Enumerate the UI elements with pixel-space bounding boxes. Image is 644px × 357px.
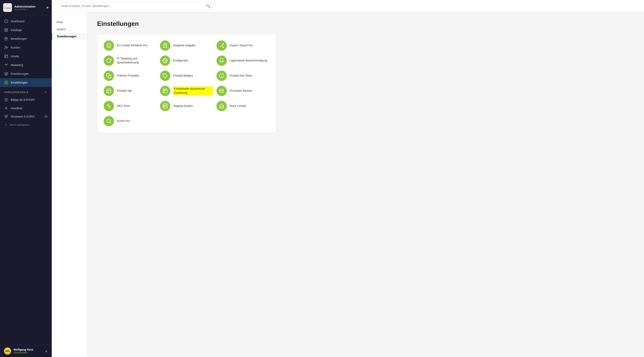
sidebar-item-kataloge[interactable]: Kataloge (0, 26, 52, 34)
plugin-name-produkt-tab: Produkt-Tab (117, 89, 132, 93)
nav-label-marketing: Marketing (11, 64, 23, 67)
plugin-konfigurator[interactable]: Konfigurator (160, 56, 213, 66)
plugin-produkt-tab[interactable]: Produkt-Tab (104, 86, 157, 96)
nav-label-inhalte: Inhalte (11, 55, 19, 58)
svg-rect-26 (220, 89, 224, 92)
nav-label-kunden: Kunden (11, 46, 20, 49)
plugin-name-suche-pro: Suche Pro (117, 119, 130, 123)
sidebar-item-erweiterungen[interactable]: Erweiterungen (0, 70, 52, 78)
plugin-icon-praemien (104, 70, 114, 81)
nav-label-kataloge: Kataloge (11, 28, 22, 32)
sub-label-headless: Headless (11, 106, 22, 110)
sidebar-item-marketing[interactable]: Marketing (0, 61, 52, 70)
plugin-icon-konfigurator (160, 56, 170, 66)
sub-nav-erweiterungen[interactable]: Erweiterungen (52, 33, 87, 40)
app-logo: STAGING (3, 3, 12, 12)
settings-icon (4, 80, 8, 85)
sidebar-item-dashboard[interactable]: Dashboard (0, 17, 52, 26)
plugin-produkt-badges[interactable]: Produkt Badges (160, 70, 213, 81)
sidebar-item-kunden[interactable]: Kunden (0, 43, 52, 52)
export-icon (4, 98, 8, 102)
plugin-name-konfigurator: Konfigurator (173, 59, 188, 63)
plugin-ip-targeting[interactable]: IP-Targeting und Spracherkennung (104, 56, 157, 66)
plugin-name-praemien: Prämien Produkte (117, 74, 139, 78)
plugin-lagerstands[interactable]: Lagerstands Benachrichtigung (216, 56, 270, 66)
nav-label-einstellungen: Einstellungen (11, 81, 28, 84)
search-container: 🔍 (58, 2, 213, 10)
verkaufskanaele-section: Verkaufskanäle + (0, 87, 52, 96)
plugin-produktseite[interactable]: Produktseite dynamische Zuweisung (160, 86, 213, 96)
plugin-produkt-info[interactable]: Produkt Info Texte (216, 70, 270, 81)
sidebar-item-shopware[interactable]: Shopware 6 ACRIS (0, 112, 52, 121)
dashboard-icon (4, 19, 8, 24)
collapse-icon (4, 123, 8, 126)
nav-label-dashboard: Dashboard (11, 20, 24, 23)
visibility-icon[interactable] (44, 115, 48, 118)
sidebar-item-headless[interactable]: Headless (0, 104, 52, 112)
plugin-name-geplante-aufgabe: Geplante Aufgabe (173, 44, 195, 48)
plugin-suche-pro[interactable]: Suche Pro (104, 116, 157, 126)
plugin-icon-produkt-info (216, 70, 227, 81)
orders-icon (4, 36, 8, 41)
svg-rect-9 (5, 55, 8, 58)
plugin-eu-cookie[interactable]: EU Cookie Richtlinie Pro (104, 40, 157, 51)
app-title: Administration (14, 5, 44, 8)
svg-text:STAGING: STAGING (4, 7, 11, 9)
plugin-name-produkt-badges: Produkt Badges (173, 74, 193, 78)
plugin-geplante-aufgabe[interactable]: Geplante Aufgabe (160, 40, 213, 51)
plugin-icon-seo-tools (104, 101, 114, 111)
sub-nav-system[interactable]: System (52, 26, 87, 33)
topbar: 🔍 (52, 0, 644, 12)
collapse-menu-button[interactable]: Menü einklappen (0, 121, 52, 129)
sidebar-item-bestellungen[interactable]: Bestellungen (0, 34, 52, 43)
plugin-icon-eu-cookie (104, 40, 114, 51)
plugin-import-export[interactable]: Import / Export Pro (216, 40, 270, 51)
app-info: Administration v6.4.0.0 RC 1 (14, 5, 44, 10)
plugin-icon-import-export (216, 40, 227, 51)
search-button[interactable]: 🔍 (206, 4, 210, 8)
plugin-icon-produkt-badges (160, 70, 170, 81)
sub-nav-shop[interactable]: Shop (52, 18, 87, 26)
plugin-icon-suche-pro (104, 116, 114, 126)
plugin-name-store-locator: Store Locator (230, 104, 246, 108)
extensions-icon (4, 72, 8, 76)
main-panel: Einstellungen EU Cookie Richtlinie Pro (88, 12, 644, 357)
svg-point-14 (107, 43, 111, 48)
plugin-promotion-banner[interactable]: Promotion Banner (216, 86, 270, 96)
svg-point-13 (46, 116, 46, 117)
app-version: v6.4.0.0 RC 1 (14, 8, 44, 10)
main-content: 🔍 Shop System Erweiterungen Einstellunge… (52, 0, 644, 357)
status-indicator (46, 6, 48, 8)
contents-icon (4, 54, 8, 58)
plugin-card: EU Cookie Richtlinie Pro Geplante Aufgab… (97, 34, 276, 133)
sidebar-item-billiger[interactable]: Billiger.de EXPORT (0, 96, 52, 104)
plugin-name-produkt-info: Produkt Info Texte (230, 74, 252, 78)
marketing-icon (4, 63, 8, 67)
catalog-icon (4, 28, 8, 32)
plugin-name-ip-targeting: IP-Targeting und Spracherkennung (117, 57, 157, 64)
svg-rect-7 (5, 38, 7, 40)
nav-label-bestellungen: Bestellungen (11, 37, 27, 40)
plugin-store-locator[interactable]: Store Locator (216, 101, 270, 111)
svg-point-8 (5, 46, 6, 48)
plugin-icon-ip-targeting (104, 56, 114, 66)
plugin-name-eu-cookie: EU Cookie Richtlinie Pro (117, 44, 147, 48)
plugin-praemien[interactable]: Prämien Produkte (104, 70, 157, 81)
sub-label-billiger: Billiger.de EXPORT (11, 98, 35, 102)
search-input[interactable] (61, 4, 204, 8)
plugin-staging[interactable]: Staging-System (160, 101, 213, 111)
plugin-name-produktseite: Produktseite dynamische Zuweisung (173, 86, 213, 95)
plugin-name-promotion-banner: Promotion Banner (230, 89, 252, 93)
svg-point-18 (164, 60, 166, 62)
user-profile[interactable]: WK Wolfgang Kern Administrator ▲ (0, 345, 52, 357)
svg-point-10 (6, 82, 7, 83)
main-nav: Dashboard Kataloge Bestellungen Kunden (0, 15, 52, 345)
shop-icon (4, 114, 8, 119)
sidebar-item-inhalte[interactable]: Inhalte (0, 52, 52, 61)
add-verkaufskanal-button[interactable]: + (43, 90, 48, 94)
svg-point-31 (107, 119, 110, 122)
plugin-name-lagerstands: Lagerstands Benachrichtigung (230, 59, 267, 63)
plugin-seo-tools[interactable]: SEO Tools (104, 101, 157, 111)
sidebar-item-einstellungen[interactable]: Einstellungen (0, 78, 52, 87)
customers-icon (4, 45, 8, 50)
